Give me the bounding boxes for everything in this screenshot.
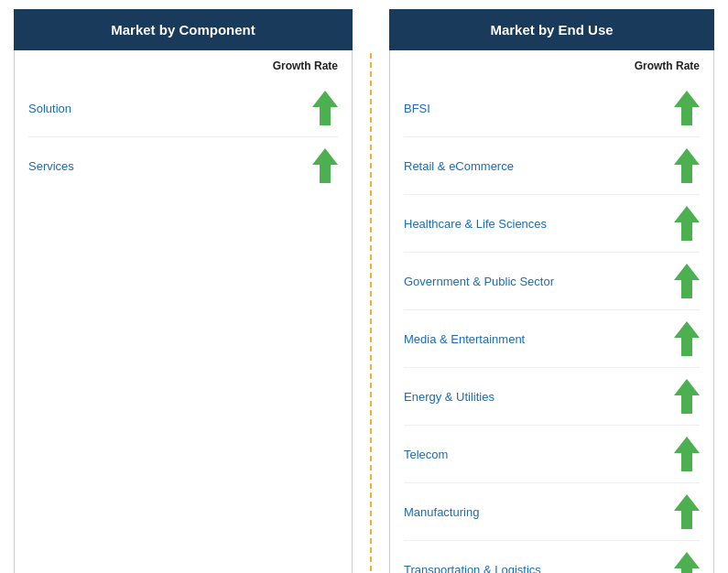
telecom-label: Telecom [404, 448, 448, 461]
arrow-up-icon [674, 148, 700, 183]
arrow-up-icon [674, 264, 700, 298]
arrow-up-icon [312, 148, 338, 183]
arrow-up-icon [674, 206, 700, 241]
left-panel-body: Growth Rate Solution Services [14, 50, 353, 573]
svg-marker-10 [674, 552, 700, 573]
list-item: Manufacturing [404, 483, 700, 541]
svg-marker-4 [674, 206, 700, 241]
arrow-up-icon [674, 379, 700, 414]
left-panel-header: Market by Component [14, 9, 353, 50]
media-label: Media & Entertainment [404, 332, 525, 346]
healthcare-label: Healthcare & Life Sciences [404, 217, 547, 231]
list-item: Energy & Utilities [404, 368, 700, 426]
list-item: Retail & eCommerce [404, 137, 700, 195]
bfsi-label: BFSI [404, 102, 430, 115]
government-label: Government & Public Sector [404, 275, 554, 288]
manufacturing-label: Manufacturing [404, 505, 479, 519]
svg-marker-1 [312, 148, 338, 183]
svg-marker-9 [674, 494, 700, 529]
svg-marker-2 [674, 91, 700, 125]
left-growth-rate-label: Growth Rate [28, 59, 338, 72]
dashed-divider [370, 53, 372, 573]
left-panel: Market by Component Growth Rate Solution… [14, 9, 353, 573]
list-item: Government & Public Sector [404, 253, 700, 310]
svg-marker-5 [674, 264, 700, 298]
list-item: BFSI [404, 80, 700, 137]
right-panel-body: Growth Rate BFSI Retail & eCommerce Heal… [389, 50, 714, 573]
arrow-up-icon [674, 552, 700, 573]
list-item: Solution [28, 80, 338, 137]
list-item: Transportation & Logistics [404, 541, 700, 573]
svg-marker-3 [674, 148, 700, 183]
list-item: Services [28, 137, 338, 194]
arrow-up-icon [312, 91, 338, 125]
retail-label: Retail & eCommerce [404, 159, 514, 173]
right-panel-header: Market by End Use [389, 9, 714, 50]
list-item: Healthcare & Life Sciences [404, 195, 700, 253]
svg-marker-8 [674, 437, 700, 471]
arrow-up-icon [674, 321, 700, 356]
svg-marker-0 [312, 91, 338, 125]
solution-label: Solution [28, 102, 71, 115]
energy-label: Energy & Utilities [404, 390, 494, 404]
list-item: Media & Entertainment [404, 310, 700, 368]
divider [353, 9, 389, 573]
right-growth-rate-label: Growth Rate [404, 59, 700, 72]
services-label: Services [28, 159, 74, 173]
list-item: Telecom [404, 426, 700, 483]
svg-marker-7 [674, 379, 700, 414]
right-panel: Market by End Use Growth Rate BFSI Retai… [389, 9, 714, 573]
arrow-up-icon [674, 494, 700, 529]
transport-label: Transportation & Logistics [404, 563, 541, 574]
svg-marker-6 [674, 321, 700, 356]
arrow-up-icon [674, 91, 700, 125]
arrow-up-icon [674, 437, 700, 471]
